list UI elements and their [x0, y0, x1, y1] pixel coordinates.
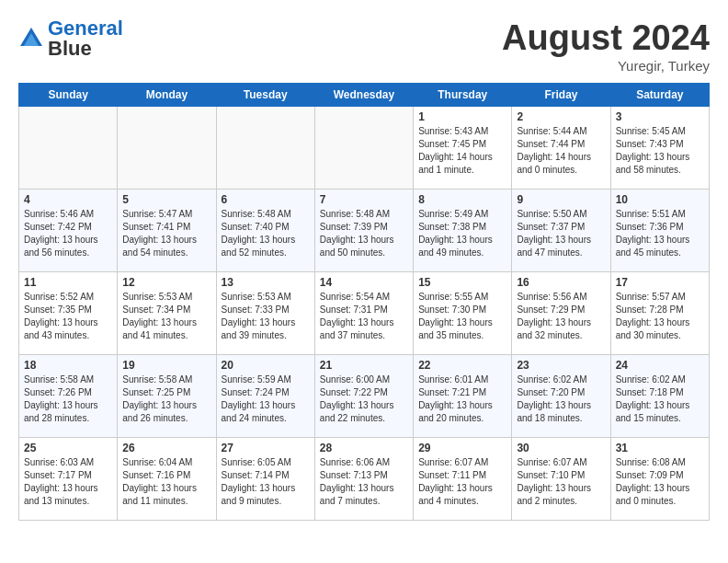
location: Yuregir, Turkey	[502, 58, 710, 74]
calendar-cell: 22Sunrise: 6:01 AMSunset: 7:21 PMDayligh…	[414, 355, 512, 438]
calendar-cell: 6Sunrise: 5:48 AMSunset: 7:40 PMDaylight…	[216, 190, 314, 272]
day-header-sunday: Sunday	[19, 84, 118, 107]
day-info: Sunrise: 5:58 AMSunset: 7:25 PMDaylight:…	[122, 373, 210, 425]
day-number: 21	[320, 359, 408, 372]
day-info: Sunrise: 6:01 AMSunset: 7:21 PMDaylight:…	[418, 373, 506, 425]
day-number: 4	[24, 193, 112, 206]
day-info: Sunrise: 6:02 AMSunset: 7:20 PMDaylight:…	[517, 373, 605, 425]
calendar-cell	[118, 107, 216, 190]
calendar-cell: 16Sunrise: 5:56 AMSunset: 7:29 PMDayligh…	[512, 272, 610, 355]
calendar-cell: 7Sunrise: 5:48 AMSunset: 7:39 PMDaylight…	[314, 190, 413, 272]
calendar-table: SundayMondayTuesdayWednesdayThursdayFrid…	[18, 83, 710, 521]
day-info: Sunrise: 5:48 AMSunset: 7:39 PMDaylight:…	[320, 208, 408, 259]
page-header: GeneralBlue August 2024 Yuregir, Turkey	[18, 18, 710, 74]
calendar-cell	[19, 107, 118, 190]
day-info: Sunrise: 5:48 AMSunset: 7:40 PMDaylight:…	[222, 208, 310, 259]
calendar-cell: 11Sunrise: 5:52 AMSunset: 7:35 PMDayligh…	[19, 272, 118, 355]
title-block: August 2024 Yuregir, Turkey	[502, 18, 710, 74]
week-row-2: 4Sunrise: 5:46 AMSunset: 7:42 PMDaylight…	[19, 190, 710, 272]
day-number: 26	[122, 442, 210, 454]
day-header-wednesday: Wednesday	[314, 84, 413, 107]
day-header-saturday: Saturday	[610, 84, 709, 107]
day-info: Sunrise: 5:49 AMSunset: 7:38 PMDaylight:…	[418, 208, 506, 259]
calendar-cell: 28Sunrise: 6:06 AMSunset: 7:13 PMDayligh…	[314, 438, 413, 521]
day-info: Sunrise: 5:57 AMSunset: 7:28 PMDaylight:…	[616, 291, 704, 342]
calendar-cell: 23Sunrise: 6:02 AMSunset: 7:20 PMDayligh…	[512, 355, 610, 438]
day-header-friday: Friday	[512, 84, 610, 107]
day-number: 7	[320, 193, 408, 206]
day-number: 24	[616, 359, 704, 372]
calendar-cell: 3Sunrise: 5:45 AMSunset: 7:43 PMDaylight…	[610, 107, 709, 190]
day-info: Sunrise: 6:07 AMSunset: 7:10 PMDaylight:…	[517, 456, 605, 508]
week-row-4: 18Sunrise: 5:58 AMSunset: 7:26 PMDayligh…	[19, 355, 710, 438]
day-number: 17	[616, 276, 704, 289]
day-info: Sunrise: 6:08 AMSunset: 7:09 PMDaylight:…	[616, 456, 704, 508]
calendar-cell: 13Sunrise: 5:53 AMSunset: 7:33 PMDayligh…	[216, 272, 314, 355]
day-header-monday: Monday	[118, 84, 216, 107]
day-number: 27	[222, 442, 310, 454]
day-info: Sunrise: 5:45 AMSunset: 7:43 PMDaylight:…	[616, 125, 704, 177]
calendar-cell: 17Sunrise: 5:57 AMSunset: 7:28 PMDayligh…	[610, 272, 709, 355]
day-number: 12	[122, 276, 210, 289]
calendar-cell: 20Sunrise: 5:59 AMSunset: 7:24 PMDayligh…	[216, 355, 314, 438]
week-row-3: 11Sunrise: 5:52 AMSunset: 7:35 PMDayligh…	[19, 272, 710, 355]
day-number: 9	[517, 193, 605, 206]
calendar-cell: 25Sunrise: 6:03 AMSunset: 7:17 PMDayligh…	[19, 438, 118, 521]
day-header-thursday: Thursday	[414, 84, 512, 107]
calendar-cell: 21Sunrise: 6:00 AMSunset: 7:22 PMDayligh…	[314, 355, 413, 438]
day-number: 31	[616, 442, 704, 454]
calendar-cell	[314, 107, 413, 190]
month-title: August 2024	[502, 18, 710, 58]
calendar-cell: 15Sunrise: 5:55 AMSunset: 7:30 PMDayligh…	[414, 272, 512, 355]
logo-text: GeneralBlue	[48, 18, 123, 59]
calendar-cell	[216, 107, 314, 190]
day-info: Sunrise: 6:03 AMSunset: 7:17 PMDaylight:…	[24, 456, 112, 508]
calendar-cell: 1Sunrise: 5:43 AMSunset: 7:45 PMDaylight…	[414, 107, 512, 190]
day-number: 3	[616, 110, 704, 123]
day-info: Sunrise: 6:04 AMSunset: 7:16 PMDaylight:…	[122, 456, 210, 508]
day-number: 30	[517, 442, 605, 454]
day-number: 11	[24, 276, 112, 289]
day-number: 22	[418, 359, 506, 372]
day-number: 6	[222, 193, 310, 206]
day-number: 15	[418, 276, 506, 289]
day-info: Sunrise: 5:55 AMSunset: 7:30 PMDaylight:…	[418, 291, 506, 342]
calendar-cell: 5Sunrise: 5:47 AMSunset: 7:41 PMDaylight…	[118, 190, 216, 272]
day-number: 2	[517, 110, 605, 123]
logo: GeneralBlue	[18, 18, 123, 59]
day-info: Sunrise: 5:58 AMSunset: 7:26 PMDaylight:…	[24, 373, 112, 425]
day-info: Sunrise: 6:06 AMSunset: 7:13 PMDaylight:…	[320, 456, 408, 508]
day-number: 14	[320, 276, 408, 289]
calendar-cell: 31Sunrise: 6:08 AMSunset: 7:09 PMDayligh…	[610, 438, 709, 521]
logo-icon	[18, 26, 44, 52]
week-row-1: 1Sunrise: 5:43 AMSunset: 7:45 PMDaylight…	[19, 107, 710, 190]
day-number: 28	[320, 442, 408, 454]
day-info: Sunrise: 5:54 AMSunset: 7:31 PMDaylight:…	[320, 291, 408, 342]
day-info: Sunrise: 5:53 AMSunset: 7:34 PMDaylight:…	[122, 291, 210, 342]
day-info: Sunrise: 5:52 AMSunset: 7:35 PMDaylight:…	[24, 291, 112, 342]
day-info: Sunrise: 5:56 AMSunset: 7:29 PMDaylight:…	[517, 291, 605, 342]
day-number: 20	[222, 359, 310, 372]
day-number: 13	[222, 276, 310, 289]
calendar-cell: 26Sunrise: 6:04 AMSunset: 7:16 PMDayligh…	[118, 438, 216, 521]
calendar-cell: 30Sunrise: 6:07 AMSunset: 7:10 PMDayligh…	[512, 438, 610, 521]
day-info: Sunrise: 6:00 AMSunset: 7:22 PMDaylight:…	[320, 373, 408, 425]
day-number: 8	[418, 193, 506, 206]
calendar-cell: 19Sunrise: 5:58 AMSunset: 7:25 PMDayligh…	[118, 355, 216, 438]
calendar-cell: 14Sunrise: 5:54 AMSunset: 7:31 PMDayligh…	[314, 272, 413, 355]
day-info: Sunrise: 5:47 AMSunset: 7:41 PMDaylight:…	[122, 208, 210, 259]
day-info: Sunrise: 5:53 AMSunset: 7:33 PMDaylight:…	[222, 291, 310, 342]
day-number: 18	[24, 359, 112, 372]
day-number: 16	[517, 276, 605, 289]
calendar-cell: 12Sunrise: 5:53 AMSunset: 7:34 PMDayligh…	[118, 272, 216, 355]
calendar-cell: 9Sunrise: 5:50 AMSunset: 7:37 PMDaylight…	[512, 190, 610, 272]
day-info: Sunrise: 5:44 AMSunset: 7:44 PMDaylight:…	[517, 125, 605, 177]
day-number: 5	[122, 193, 210, 206]
calendar-cell: 8Sunrise: 5:49 AMSunset: 7:38 PMDaylight…	[414, 190, 512, 272]
calendar-cell: 2Sunrise: 5:44 AMSunset: 7:44 PMDaylight…	[512, 107, 610, 190]
calendar-cell: 24Sunrise: 6:02 AMSunset: 7:18 PMDayligh…	[610, 355, 709, 438]
calendar-cell: 18Sunrise: 5:58 AMSunset: 7:26 PMDayligh…	[19, 355, 118, 438]
day-number: 29	[418, 442, 506, 454]
days-header-row: SundayMondayTuesdayWednesdayThursdayFrid…	[19, 84, 710, 107]
day-info: Sunrise: 6:02 AMSunset: 7:18 PMDaylight:…	[616, 373, 704, 425]
